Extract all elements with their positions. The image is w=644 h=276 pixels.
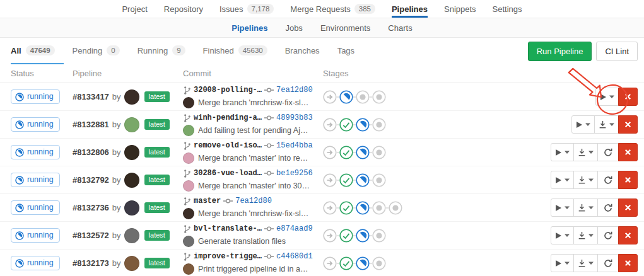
branch-link[interactable]: remove-old-iso… — [194, 141, 262, 151]
stage-skipped-link[interactable] — [323, 229, 337, 243]
play-dropdown-button[interactable] — [551, 226, 574, 244]
avatar[interactable] — [124, 200, 139, 216]
stage-created-link[interactable] — [372, 229, 386, 243]
stage-skipped-link[interactable] — [323, 90, 337, 104]
stage-running-link[interactable] — [356, 201, 370, 215]
artifacts-dropdown-button[interactable] — [573, 226, 598, 244]
status-badge-running[interactable]: running — [11, 173, 60, 187]
subnav-item-jobs[interactable]: Jobs — [278, 18, 310, 37]
commit-message-link[interactable]: Add failing test for pending Aj… — [198, 126, 308, 135]
commit-message-link[interactable]: Generate translation files — [198, 237, 286, 246]
commit-message-link[interactable]: Print triggered pipeline id in a… — [198, 265, 308, 273]
nav-item-pipelines[interactable]: Pipelines — [392, 0, 428, 18]
avatar[interactable] — [124, 228, 139, 243]
pipeline-link[interactable]: #8133417 — [73, 92, 109, 101]
commit-author-avatar[interactable] — [183, 180, 194, 192]
commit-message-link[interactable]: Merge branch 'master' into 30… — [198, 181, 310, 190]
commit-sha-link[interactable]: c44680d1 — [276, 252, 313, 262]
commit-author-avatar[interactable] — [183, 125, 194, 136]
cancel-button[interactable] — [618, 88, 638, 106]
play-dropdown-button[interactable] — [551, 198, 574, 217]
artifacts-dropdown-button[interactable] — [573, 198, 598, 217]
stage-skipped-link[interactable] — [323, 118, 337, 132]
stage-success-link[interactable] — [339, 229, 353, 243]
nav-item-issues[interactable]: Issues7,178 — [220, 0, 274, 18]
commit-message-link[interactable]: Merge branch 'mrchrisw-fix-sl… — [198, 209, 308, 218]
stage-skipped-link[interactable] — [323, 173, 337, 187]
stage-created-link[interactable] — [372, 173, 386, 187]
tab-item-pending[interactable]: Pending0 — [64, 38, 129, 64]
stage-success-link[interactable] — [339, 201, 353, 215]
avatar[interactable] — [124, 173, 139, 188]
nav-item-settings[interactable]: Settings — [493, 0, 522, 18]
subnav-item-environments[interactable]: Environments — [313, 18, 378, 37]
commit-sha-link[interactable]: e874aad9 — [276, 224, 313, 234]
status-badge-running[interactable]: running — [11, 145, 60, 159]
play-dropdown-button[interactable] — [551, 171, 574, 189]
play-dropdown-button[interactable] — [551, 254, 574, 272]
run-pipeline-button[interactable]: Run Pipeline — [528, 42, 592, 61]
branch-link[interactable]: master — [194, 197, 221, 206]
stage-success-link[interactable] — [339, 173, 353, 187]
stage-running-link[interactable] — [356, 256, 370, 270]
stage-created-link[interactable] — [356, 90, 370, 104]
stage-skipped-link[interactable] — [323, 256, 337, 270]
cancel-button[interactable] — [618, 171, 638, 189]
commit-sha-link[interactable]: 7ea12d80 — [235, 197, 272, 206]
cancel-button[interactable] — [618, 226, 638, 244]
retry-button[interactable] — [597, 143, 619, 161]
avatar[interactable] — [124, 89, 139, 105]
tab-item-finished[interactable]: Finished45630 — [194, 38, 276, 64]
commit-sha-link[interactable]: 15ed4bba — [276, 141, 313, 151]
pipeline-link[interactable]: #8132572 — [73, 231, 109, 240]
retry-button[interactable] — [597, 226, 619, 244]
play-dropdown-button[interactable] — [551, 143, 574, 161]
retry-button[interactable] — [597, 171, 619, 189]
pipeline-link[interactable]: #8132881 — [73, 120, 109, 129]
branch-link[interactable]: 30286-vue-load… — [194, 169, 262, 178]
stage-running-link[interactable] — [356, 173, 370, 187]
commit-message-link[interactable]: Merge branch 'mrchrisw-fix-sl… — [198, 98, 308, 107]
commit-author-avatar[interactable] — [183, 152, 194, 164]
stage-success-link[interactable] — [339, 118, 353, 132]
artifacts-dropdown-button[interactable] — [573, 171, 598, 189]
nav-item-snippets[interactable]: Snippets — [444, 0, 476, 18]
commit-sha-link[interactable]: 48993b83 — [276, 113, 313, 123]
avatar[interactable] — [124, 117, 139, 132]
artifacts-dropdown-button[interactable] — [573, 143, 598, 161]
stage-running-link[interactable] — [339, 90, 353, 104]
cancel-button[interactable] — [618, 143, 638, 161]
ci-lint-button[interactable]: CI Lint — [596, 42, 638, 61]
nav-item-repository[interactable]: Repository — [164, 0, 203, 18]
cancel-button[interactable] — [618, 198, 638, 217]
status-badge-running[interactable]: running — [11, 89, 60, 104]
commit-author-avatar[interactable] — [183, 236, 194, 247]
commit-author-avatar[interactable] — [183, 263, 194, 275]
stage-success-link[interactable] — [339, 146, 353, 159]
stage-running-link[interactable] — [356, 146, 370, 159]
play-dropdown-button[interactable] — [571, 115, 595, 134]
status-badge-running[interactable]: running — [11, 256, 60, 270]
cancel-button[interactable] — [618, 254, 638, 272]
stage-skipped-link[interactable] — [323, 201, 337, 215]
commit-author-avatar[interactable] — [183, 97, 194, 108]
retry-button[interactable] — [597, 198, 619, 217]
avatar[interactable] — [124, 145, 139, 160]
pipeline-link[interactable]: #8132792 — [73, 175, 109, 185]
branch-link[interactable]: bvl-translate-… — [194, 224, 262, 234]
tab-item-running[interactable]: Running9 — [129, 38, 194, 64]
commit-message-link[interactable]: Merge branch 'master' into re… — [198, 154, 308, 163]
status-badge-running[interactable]: running — [11, 117, 60, 132]
stage-created-link[interactable] — [372, 118, 386, 132]
tab-item-all[interactable]: All47649 — [11, 38, 64, 64]
artifacts-dropdown-button[interactable] — [594, 115, 619, 134]
stage-running-link[interactable] — [356, 229, 370, 243]
commit-author-avatar[interactable] — [183, 208, 194, 219]
pipeline-link[interactable]: #8132173 — [73, 258, 109, 268]
commit-sha-link[interactable]: be1e9256 — [276, 169, 313, 178]
stage-created-link[interactable] — [372, 146, 386, 159]
status-badge-running[interactable]: running — [11, 200, 60, 215]
play-dropdown-button[interactable] — [595, 88, 619, 106]
pipeline-link[interactable]: #8132806 — [73, 147, 109, 157]
nav-item-project[interactable]: Project — [122, 0, 147, 18]
